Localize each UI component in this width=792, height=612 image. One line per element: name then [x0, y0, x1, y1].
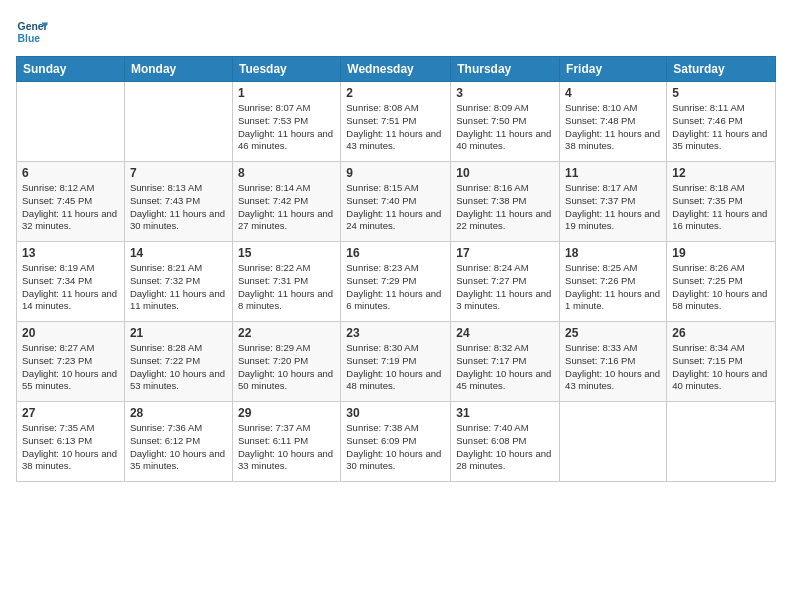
day-number: 11	[565, 166, 661, 180]
day-info: Sunrise: 8:25 AM Sunset: 7:26 PM Dayligh…	[565, 262, 661, 313]
day-info: Sunrise: 8:26 AM Sunset: 7:25 PM Dayligh…	[672, 262, 770, 313]
header-cell-thursday: Thursday	[451, 57, 560, 82]
header-cell-tuesday: Tuesday	[232, 57, 340, 82]
day-info: Sunrise: 8:27 AM Sunset: 7:23 PM Dayligh…	[22, 342, 119, 393]
day-info: Sunrise: 8:15 AM Sunset: 7:40 PM Dayligh…	[346, 182, 445, 233]
day-cell: 10Sunrise: 8:16 AM Sunset: 7:38 PM Dayli…	[451, 162, 560, 242]
day-number: 7	[130, 166, 227, 180]
day-number: 2	[346, 86, 445, 100]
day-number: 8	[238, 166, 335, 180]
day-cell: 9Sunrise: 8:15 AM Sunset: 7:40 PM Daylig…	[341, 162, 451, 242]
day-info: Sunrise: 7:35 AM Sunset: 6:13 PM Dayligh…	[22, 422, 119, 473]
day-info: Sunrise: 8:33 AM Sunset: 7:16 PM Dayligh…	[565, 342, 661, 393]
day-cell: 19Sunrise: 8:26 AM Sunset: 7:25 PM Dayli…	[667, 242, 776, 322]
day-info: Sunrise: 7:37 AM Sunset: 6:11 PM Dayligh…	[238, 422, 335, 473]
day-cell: 17Sunrise: 8:24 AM Sunset: 7:27 PM Dayli…	[451, 242, 560, 322]
day-number: 16	[346, 246, 445, 260]
day-info: Sunrise: 8:17 AM Sunset: 7:37 PM Dayligh…	[565, 182, 661, 233]
week-row-1: 1Sunrise: 8:07 AM Sunset: 7:53 PM Daylig…	[17, 82, 776, 162]
day-number: 18	[565, 246, 661, 260]
day-info: Sunrise: 7:40 AM Sunset: 6:08 PM Dayligh…	[456, 422, 554, 473]
day-number: 30	[346, 406, 445, 420]
header-cell-saturday: Saturday	[667, 57, 776, 82]
day-cell: 15Sunrise: 8:22 AM Sunset: 7:31 PM Dayli…	[232, 242, 340, 322]
day-info: Sunrise: 8:11 AM Sunset: 7:46 PM Dayligh…	[672, 102, 770, 153]
header-cell-sunday: Sunday	[17, 57, 125, 82]
day-number: 21	[130, 326, 227, 340]
day-info: Sunrise: 8:08 AM Sunset: 7:51 PM Dayligh…	[346, 102, 445, 153]
day-number: 25	[565, 326, 661, 340]
day-info: Sunrise: 8:24 AM Sunset: 7:27 PM Dayligh…	[456, 262, 554, 313]
header-row: SundayMondayTuesdayWednesdayThursdayFrid…	[17, 57, 776, 82]
day-info: Sunrise: 8:16 AM Sunset: 7:38 PM Dayligh…	[456, 182, 554, 233]
day-number: 27	[22, 406, 119, 420]
day-cell: 27Sunrise: 7:35 AM Sunset: 6:13 PM Dayli…	[17, 402, 125, 482]
day-info: Sunrise: 8:07 AM Sunset: 7:53 PM Dayligh…	[238, 102, 335, 153]
week-row-4: 20Sunrise: 8:27 AM Sunset: 7:23 PM Dayli…	[17, 322, 776, 402]
day-info: Sunrise: 8:28 AM Sunset: 7:22 PM Dayligh…	[130, 342, 227, 393]
header-cell-monday: Monday	[124, 57, 232, 82]
day-cell: 2Sunrise: 8:08 AM Sunset: 7:51 PM Daylig…	[341, 82, 451, 162]
day-cell: 14Sunrise: 8:21 AM Sunset: 7:32 PM Dayli…	[124, 242, 232, 322]
calendar-table: SundayMondayTuesdayWednesdayThursdayFrid…	[16, 56, 776, 482]
day-cell: 30Sunrise: 7:38 AM Sunset: 6:09 PM Dayli…	[341, 402, 451, 482]
week-row-5: 27Sunrise: 7:35 AM Sunset: 6:13 PM Dayli…	[17, 402, 776, 482]
day-info: Sunrise: 8:19 AM Sunset: 7:34 PM Dayligh…	[22, 262, 119, 313]
day-cell: 31Sunrise: 7:40 AM Sunset: 6:08 PM Dayli…	[451, 402, 560, 482]
day-cell: 16Sunrise: 8:23 AM Sunset: 7:29 PM Dayli…	[341, 242, 451, 322]
day-info: Sunrise: 8:09 AM Sunset: 7:50 PM Dayligh…	[456, 102, 554, 153]
day-number: 14	[130, 246, 227, 260]
day-cell: 6Sunrise: 8:12 AM Sunset: 7:45 PM Daylig…	[17, 162, 125, 242]
day-cell: 11Sunrise: 8:17 AM Sunset: 7:37 PM Dayli…	[560, 162, 667, 242]
day-number: 12	[672, 166, 770, 180]
week-row-2: 6Sunrise: 8:12 AM Sunset: 7:45 PM Daylig…	[17, 162, 776, 242]
day-info: Sunrise: 8:10 AM Sunset: 7:48 PM Dayligh…	[565, 102, 661, 153]
day-info: Sunrise: 8:22 AM Sunset: 7:31 PM Dayligh…	[238, 262, 335, 313]
day-info: Sunrise: 8:21 AM Sunset: 7:32 PM Dayligh…	[130, 262, 227, 313]
day-number: 26	[672, 326, 770, 340]
day-info: Sunrise: 8:18 AM Sunset: 7:35 PM Dayligh…	[672, 182, 770, 233]
day-cell: 18Sunrise: 8:25 AM Sunset: 7:26 PM Dayli…	[560, 242, 667, 322]
day-cell: 7Sunrise: 8:13 AM Sunset: 7:43 PM Daylig…	[124, 162, 232, 242]
day-info: Sunrise: 8:29 AM Sunset: 7:20 PM Dayligh…	[238, 342, 335, 393]
day-info: Sunrise: 7:36 AM Sunset: 6:12 PM Dayligh…	[130, 422, 227, 473]
day-number: 17	[456, 246, 554, 260]
day-cell: 25Sunrise: 8:33 AM Sunset: 7:16 PM Dayli…	[560, 322, 667, 402]
day-number: 29	[238, 406, 335, 420]
day-cell: 24Sunrise: 8:32 AM Sunset: 7:17 PM Dayli…	[451, 322, 560, 402]
day-cell	[124, 82, 232, 162]
day-number: 3	[456, 86, 554, 100]
day-cell: 12Sunrise: 8:18 AM Sunset: 7:35 PM Dayli…	[667, 162, 776, 242]
day-cell: 4Sunrise: 8:10 AM Sunset: 7:48 PM Daylig…	[560, 82, 667, 162]
logo-icon: General Blue	[16, 16, 48, 48]
day-info: Sunrise: 8:23 AM Sunset: 7:29 PM Dayligh…	[346, 262, 445, 313]
day-cell: 8Sunrise: 8:14 AM Sunset: 7:42 PM Daylig…	[232, 162, 340, 242]
day-cell	[667, 402, 776, 482]
day-cell: 23Sunrise: 8:30 AM Sunset: 7:19 PM Dayli…	[341, 322, 451, 402]
day-number: 6	[22, 166, 119, 180]
day-number: 23	[346, 326, 445, 340]
logo: General Blue	[16, 16, 48, 48]
day-number: 9	[346, 166, 445, 180]
day-number: 15	[238, 246, 335, 260]
day-info: Sunrise: 8:30 AM Sunset: 7:19 PM Dayligh…	[346, 342, 445, 393]
day-number: 31	[456, 406, 554, 420]
header-cell-wednesday: Wednesday	[341, 57, 451, 82]
day-info: Sunrise: 8:12 AM Sunset: 7:45 PM Dayligh…	[22, 182, 119, 233]
day-number: 13	[22, 246, 119, 260]
week-row-3: 13Sunrise: 8:19 AM Sunset: 7:34 PM Dayli…	[17, 242, 776, 322]
day-number: 19	[672, 246, 770, 260]
page-header: General Blue	[16, 16, 776, 48]
day-cell: 3Sunrise: 8:09 AM Sunset: 7:50 PM Daylig…	[451, 82, 560, 162]
day-cell	[17, 82, 125, 162]
day-cell: 29Sunrise: 7:37 AM Sunset: 6:11 PM Dayli…	[232, 402, 340, 482]
day-info: Sunrise: 8:13 AM Sunset: 7:43 PM Dayligh…	[130, 182, 227, 233]
day-cell: 13Sunrise: 8:19 AM Sunset: 7:34 PM Dayli…	[17, 242, 125, 322]
day-number: 5	[672, 86, 770, 100]
day-number: 10	[456, 166, 554, 180]
day-cell: 26Sunrise: 8:34 AM Sunset: 7:15 PM Dayli…	[667, 322, 776, 402]
day-number: 24	[456, 326, 554, 340]
day-info: Sunrise: 7:38 AM Sunset: 6:09 PM Dayligh…	[346, 422, 445, 473]
day-cell: 21Sunrise: 8:28 AM Sunset: 7:22 PM Dayli…	[124, 322, 232, 402]
day-cell: 1Sunrise: 8:07 AM Sunset: 7:53 PM Daylig…	[232, 82, 340, 162]
